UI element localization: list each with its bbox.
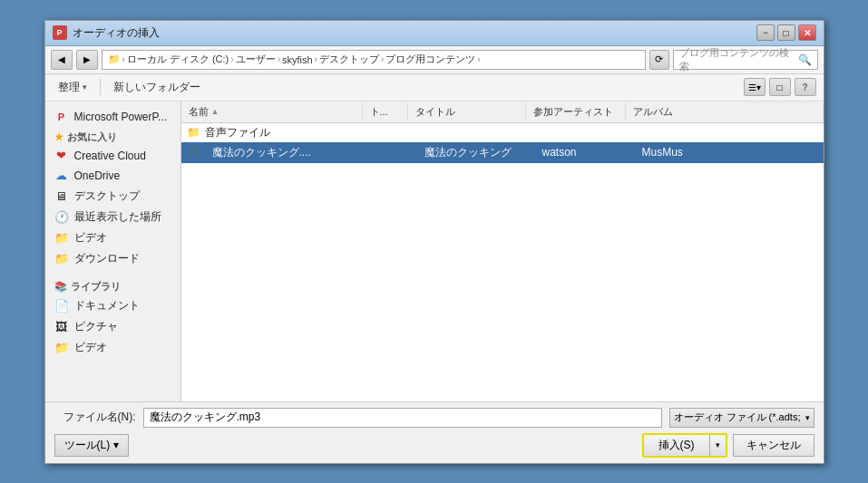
documents-icon: 📄: [54, 298, 69, 313]
recent-icon: 🕐: [54, 209, 69, 224]
file-column-header: 名前 ▲ ト... タイトル 参加アーティスト アルバム: [181, 101, 824, 123]
filename-input[interactable]: [143, 408, 662, 428]
refresh-button[interactable]: ⟳: [649, 50, 669, 70]
minimize-button[interactable]: －: [756, 24, 775, 41]
tools-button[interactable]: ツール(L) ▾: [54, 434, 130, 457]
filename-row: ファイル名(N): オーディオ ファイル (*.adts; ▾: [54, 408, 814, 428]
sidebar-onedrive-label: OneDrive: [74, 169, 121, 182]
sidebar-pictures-label: ピクチャ: [74, 319, 118, 334]
sidebar-powerpoint-label: Microsoft PowerP...: [74, 111, 167, 123]
breadcrumb-part-1[interactable]: ローカル ディスク (C:): [127, 53, 229, 66]
col-title[interactable]: タイトル: [408, 103, 526, 121]
star-icon: ★: [54, 131, 63, 143]
sidebar-item-onedrive[interactable]: ☁ OneDrive: [45, 166, 180, 186]
insert-dropdown-arrow: ▾: [716, 440, 720, 449]
insert-button[interactable]: 挿入(S): [644, 435, 710, 456]
toolbar-right: ☰▾ □ ?: [744, 78, 816, 96]
sidebar-video-fav-label: ビデオ: [74, 230, 107, 246]
col-artist[interactable]: 参加アーティスト: [526, 103, 626, 121]
breadcrumb-part-3[interactable]: skyfish: [282, 54, 313, 65]
filetype-label: オーディオ ファイル (*.adts;: [674, 411, 801, 424]
maximize-button[interactable]: □: [777, 24, 795, 41]
sort-arrow-name: ▲: [211, 107, 219, 116]
sidebar-favorites-section: ★ お気に入り ❤ Creative Cloud ☁ OneDrive 🖥 デス…: [45, 127, 180, 269]
powerpoint-icon: P: [54, 110, 69, 124]
window-controls: － □ ✕: [756, 24, 816, 41]
toolbar-separator: [100, 79, 101, 95]
downloads-icon: 📁: [54, 251, 69, 266]
sidebar-item-recent[interactable]: 🕐 最近表示した場所: [45, 207, 180, 227]
organize-button[interactable]: 整理 ▾: [53, 78, 93, 97]
filetype-dropdown[interactable]: オーディオ ファイル (*.adts; ▾: [669, 408, 814, 428]
sidebar-libraries-section: 📚 ライブラリ 📄 ドキュメント 🖼 ピクチャ 📁 ビデオ: [45, 276, 180, 358]
sidebar-libraries-label: 📚 ライブラリ: [45, 276, 180, 295]
help-button[interactable]: ?: [795, 78, 816, 96]
sidebar-favorites-label: ★ お気に入り: [45, 127, 180, 146]
sidebar-item-desktop[interactable]: 🖥 デスクトップ: [45, 186, 180, 207]
sidebar-item-documents[interactable]: 📄 ドキュメント: [45, 295, 180, 316]
sidebar-video-lib-label: ビデオ: [74, 340, 107, 355]
sidebar-item-video-fav[interactable]: 📁 ビデオ: [45, 227, 180, 248]
view-pane-button[interactable]: □: [769, 78, 791, 96]
sidebar-desktop-label: デスクトップ: [74, 188, 140, 204]
video-lib-icon: 📁: [54, 340, 69, 354]
list-item-folder[interactable]: 📁 音声ファイル: [181, 123, 824, 142]
view-toggle-button[interactable]: ☰▾: [744, 78, 766, 96]
file-area: 名前 ▲ ト... タイトル 参加アーティスト アルバム: [181, 101, 824, 401]
address-bar: ◀ ▶ 📁 › ローカル ディスク (C:) › ユーザー › skyfish …: [45, 46, 824, 74]
forward-button[interactable]: ▶: [76, 50, 98, 70]
file-cell-album: MusMus: [635, 145, 726, 159]
sidebar-item-video-lib[interactable]: 📁 ビデオ: [45, 337, 180, 358]
folder-name: 音声ファイル: [205, 125, 270, 140]
insert-button-group: 挿入(S) ▾: [642, 433, 727, 458]
new-folder-button[interactable]: 新しいフォルダー: [108, 78, 206, 97]
dialog-window: P オーディオの挿入 － □ ✕ ◀ ▶ 📁 › ローカル ディスク (C:) …: [44, 20, 824, 464]
search-bar: ブログ用コンテンツの検索 🔍: [673, 50, 818, 70]
file-cell-title: 魔法のクッキング: [417, 144, 535, 161]
file-cell-artist: watson: [535, 145, 635, 159]
search-placeholder: ブログ用コンテンツの検索: [679, 46, 795, 73]
sidebar-item-creative-cloud[interactable]: ❤ Creative Cloud: [45, 146, 180, 166]
folder-icon: 📁: [108, 53, 121, 65]
sidebar-creative-cloud-label: Creative Cloud: [74, 150, 146, 162]
audio-file-icon: 🎵: [187, 145, 201, 159]
search-icon[interactable]: 🔍: [798, 53, 812, 66]
main-area: P Microsoft PowerP... ★ お気に入り ❤ Creative…: [45, 101, 824, 401]
cancel-button[interactable]: キャンセル: [733, 434, 814, 457]
library-icon: 📚: [54, 281, 67, 293]
pictures-icon: 🖼: [54, 319, 69, 333]
close-button[interactable]: ✕: [798, 24, 816, 41]
sidebar-item-powerpoint[interactable]: P Microsoft PowerP...: [45, 107, 180, 127]
desktop-icon: 🖥: [54, 188, 69, 203]
breadcrumb-part-4[interactable]: デスクトップ: [319, 53, 379, 66]
bottom-area: ファイル名(N): オーディオ ファイル (*.adts; ▾ ツール(L) ▾…: [45, 401, 824, 463]
col-album[interactable]: アルバム: [626, 103, 824, 121]
col-type[interactable]: ト...: [363, 103, 408, 121]
tools-dropdown-arrow: ▾: [113, 439, 119, 451]
sidebar-item-pictures[interactable]: 🖼 ピクチャ: [45, 316, 180, 337]
sidebar-recent-label: 最近表示した場所: [74, 209, 161, 225]
title-bar: P オーディオの挿入 － □ ✕: [45, 21, 824, 46]
onedrive-icon: ☁: [54, 169, 69, 183]
sidebar-documents-label: ドキュメント: [74, 298, 140, 314]
breadcrumb-part-5[interactable]: ブログ用コンテンツ: [385, 53, 475, 66]
col-name[interactable]: 名前 ▲: [181, 103, 363, 121]
file-cell-name: 魔法のクッキング....: [205, 144, 372, 161]
dialog-title: オーディオの挿入: [73, 25, 756, 41]
sidebar-item-downloads[interactable]: 📁 ダウンロード: [45, 248, 180, 269]
back-button[interactable]: ◀: [51, 50, 73, 70]
breadcrumb-part-2[interactable]: ユーザー: [236, 53, 276, 66]
creative-cloud-icon: ❤: [54, 149, 69, 163]
breadcrumb-bar[interactable]: 📁 › ローカル ディスク (C:) › ユーザー › skyfish › デス…: [102, 50, 646, 70]
organize-dropdown-icon: ▾: [83, 82, 87, 92]
filetype-dropdown-arrow: ▾: [805, 413, 810, 422]
file-list: 📁 音声ファイル 🎵 魔法のクッキング.... 魔法のクッキング watson …: [181, 123, 824, 401]
file-cell-type: [372, 151, 417, 153]
app-icon: P: [53, 25, 67, 40]
sidebar-downloads-label: ダウンロード: [74, 251, 140, 266]
filename-label: ファイル名(N):: [54, 410, 136, 425]
folder-item-icon: 📁: [187, 125, 201, 140]
list-item-audio[interactable]: 🎵 魔法のクッキング.... 魔法のクッキング watson MusMus: [181, 142, 824, 163]
insert-dropdown-button[interactable]: ▾: [710, 435, 726, 456]
sidebar: P Microsoft PowerP... ★ お気に入り ❤ Creative…: [45, 101, 181, 401]
